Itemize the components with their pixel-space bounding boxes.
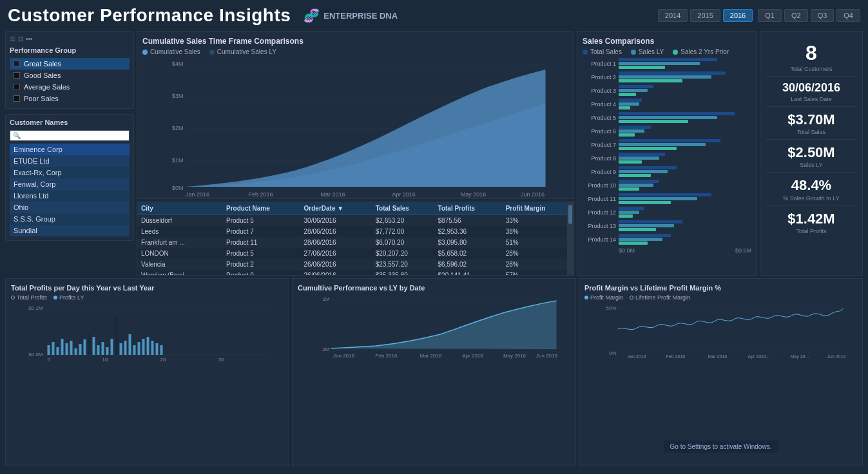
- table-cell: 28/06/2016: [300, 237, 372, 248]
- table-row: Wroclaw (Bresl...Product 926/06/2016$35,…: [137, 270, 574, 276]
- more-icon[interactable]: •••: [26, 35, 33, 43]
- perf-label-poor-sales: Poor Sales: [24, 95, 59, 102]
- bar-group: [619, 166, 751, 177]
- window-icon[interactable]: ⊡: [18, 35, 23, 43]
- bar-2yr: [619, 147, 677, 150]
- label-ly: Sales LY: [639, 48, 664, 55]
- customer-exact-rx[interactable]: Exact-Rx, Corp: [10, 167, 130, 178]
- customer-ohio[interactable]: Ohio: [10, 202, 130, 213]
- bar-2yr: [619, 214, 633, 218]
- customer-eminence-corp[interactable]: Eminence Corp: [10, 144, 130, 155]
- bar-ly: [619, 75, 711, 79]
- customer-sundial[interactable]: Sundial: [10, 225, 130, 236]
- year-2016-button[interactable]: 2016: [723, 9, 753, 22]
- performance-group-label: Performance Group: [10, 46, 130, 54]
- bar-group: [619, 139, 751, 150]
- bar-ly: [619, 62, 700, 65]
- q4-button[interactable]: Q4: [836, 9, 860, 22]
- table-row: LONDONProduct 527/06/2016$20,207.20$5,65…: [137, 248, 574, 259]
- svg-text:Apr 2016: Apr 2016: [462, 353, 483, 359]
- table-cell: $3,095.80: [434, 237, 502, 248]
- bar-2yr: [619, 187, 639, 191]
- svg-rect-29: [88, 334, 91, 355]
- dot-2yr: [673, 50, 678, 55]
- svg-rect-38: [129, 334, 131, 355]
- kpi-total-profits: $1.42M Total Profits: [766, 207, 857, 238]
- customer-names-panel: Customer Names 🔍 Eminence Corp ETUDE Ltd…: [5, 114, 134, 241]
- kpi-customers-label: Total Customers: [768, 66, 854, 72]
- year-2014-button[interactable]: 2014: [658, 9, 688, 22]
- sales-comp-x-axis: $0.0M $0.5M: [583, 247, 751, 254]
- menu-icon[interactable]: ☰: [10, 35, 15, 43]
- kpi-profits-value: $1.42M: [768, 211, 854, 227]
- perf-item-great-sales[interactable]: Great Sales: [10, 58, 130, 70]
- bar-total: [619, 166, 677, 169]
- profits-day-chart: $0.1M $0.0M: [11, 303, 284, 355]
- bar-chart-row: Product 3: [583, 85, 751, 96]
- table-scrollbar[interactable]: [567, 202, 574, 275]
- bar-ly: [619, 197, 697, 200]
- legend-dot-sales: [142, 50, 148, 55]
- year-controls: 2014 2015 2016: [658, 9, 753, 22]
- bar-ly: [619, 116, 717, 119]
- col-city[interactable]: City: [137, 202, 222, 215]
- bar-ly: [619, 170, 668, 173]
- legend-total-profits: Total Profits: [11, 294, 47, 301]
- bar-chart-row: Product 1: [583, 58, 751, 69]
- bar-ly: [619, 129, 644, 133]
- customer-search-input[interactable]: [22, 132, 126, 139]
- checkbox-poor-sales: [14, 95, 20, 102]
- bar-group: [619, 207, 751, 218]
- customer-search-box[interactable]: 🔍: [10, 130, 130, 141]
- sales-comp-legend: Total Sales Sales LY Sales 2 Yrs Prior: [583, 48, 751, 55]
- legend-sales-2yr: Sales 2 Yrs Prior: [673, 48, 729, 55]
- svg-rect-36: [120, 343, 122, 355]
- col-product[interactable]: Product Name: [222, 202, 300, 215]
- kpi-date-value: 30/06/2016: [768, 82, 854, 95]
- bar-label: Product 2: [583, 74, 616, 81]
- svg-text:Mar 2016: Mar 2016: [420, 353, 442, 359]
- cumulative-perf-title: Cumultive Performance vs LY by Date: [298, 284, 570, 292]
- table-body: DüsseldorfProduct 530/06/2016$2,653.20$8…: [137, 215, 574, 276]
- bottom-row: Total Profits per Day this Year vs Last …: [5, 278, 863, 466]
- customer-fenwal[interactable]: Fenwal, Corp: [10, 178, 130, 190]
- chart-area: Cumulative Sales Time Frame Comparisons …: [137, 31, 574, 276]
- profit-margin-panel: Profit Margin vs Lifetime Profit Margin …: [579, 278, 863, 466]
- col-total-profits[interactable]: Total Profits: [434, 202, 502, 215]
- svg-rect-31: [97, 345, 100, 355]
- table-cell: 28/06/2016: [300, 226, 372, 237]
- table-cell: $6,596.02: [434, 259, 502, 270]
- col-orderdate[interactable]: OrderDate ▼: [300, 202, 372, 215]
- x-label-0: $0.0M: [619, 247, 635, 254]
- bar-2yr: [619, 160, 642, 164]
- area-sales: [186, 70, 546, 187]
- perf-item-poor-sales[interactable]: Poor Sales: [10, 93, 130, 104]
- q2-button[interactable]: Q2: [784, 9, 808, 22]
- svg-rect-24: [66, 343, 68, 355]
- table-cell: Product 2: [222, 259, 300, 270]
- perf-item-good-sales[interactable]: Good Sales: [10, 70, 130, 81]
- q3-button[interactable]: Q3: [811, 9, 834, 22]
- svg-rect-37: [124, 341, 127, 355]
- profits-day-title: Total Profits per Day this Year vs Last …: [11, 284, 284, 292]
- table-cell: LONDON: [137, 248, 222, 259]
- kpi-growth-label: % Sales Growth to LY: [768, 195, 854, 202]
- col-profit-margin[interactable]: Profit Margin: [502, 202, 574, 215]
- header: Customer Performance Insights 🧬 ENTERPRI…: [0, 0, 868, 28]
- table-row: DüsseldorfProduct 530/06/2016$2,653.20$8…: [137, 215, 574, 227]
- dot-ply: [53, 296, 57, 299]
- col-total-sales[interactable]: Total Sales: [372, 202, 434, 215]
- svg-rect-34: [111, 339, 113, 355]
- bar-ly: [619, 238, 662, 241]
- table-row: ValenciaProduct 226/06/2016$23,557.20$6,…: [137, 259, 574, 270]
- q1-button[interactable]: Q1: [758, 9, 782, 22]
- kpi-profits-label: Total Profits: [768, 228, 854, 234]
- customer-etude-ltd[interactable]: ETUDE Ltd: [10, 155, 130, 167]
- customer-sss-group[interactable]: S.S.S. Group: [10, 213, 130, 225]
- customer-llorens[interactable]: Llorens Ltd: [10, 190, 130, 202]
- year-2015-button[interactable]: 2015: [690, 9, 720, 22]
- perf-item-average-sales[interactable]: Average Sales: [10, 81, 130, 93]
- quarter-controls: Q1 Q2 Q3 Q4: [758, 9, 860, 22]
- bar-ly: [619, 143, 706, 146]
- sales-comparisons-panel: Sales Comparisons Total Sales Sales LY S…: [577, 31, 757, 276]
